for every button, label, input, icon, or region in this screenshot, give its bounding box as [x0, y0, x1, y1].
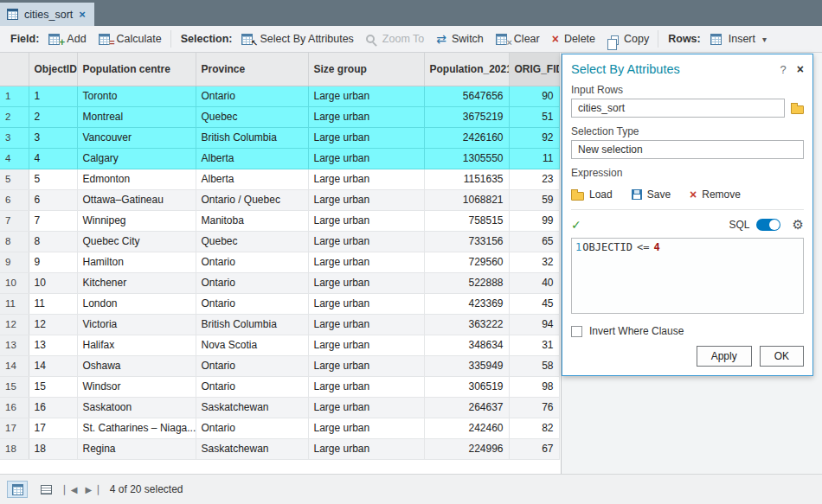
first-record-button[interactable]: ▏◀ [64, 485, 77, 494]
cell-orig-fid[interactable]: 31 [509, 335, 559, 355]
table-row[interactable]: 18 18 Regina Saskatchewan Large urban 22… [0, 438, 559, 459]
delete-selection-button[interactable]: × Delete [546, 29, 601, 48]
cell-population-centre[interactable]: Hamilton [77, 252, 196, 272]
add-field-button[interactable]: Add [42, 29, 92, 48]
invert-where-clause-checkbox[interactable]: Invert Where Clause [571, 325, 804, 337]
cell-province[interactable]: British Columbia [196, 127, 308, 148]
remove-expression-button[interactable]: × Remove [690, 188, 741, 201]
cell-population-centre[interactable]: Montreal [77, 106, 196, 127]
cell-objectid[interactable]: 10 [29, 272, 77, 293]
cell-province[interactable]: Saskatchewan [196, 438, 308, 459]
table-row[interactable]: 12 12 Victoria British Columbia Large ur… [0, 314, 559, 335]
cell-province[interactable]: Quebec [196, 106, 308, 127]
cell-size-group[interactable]: Large urban [308, 169, 424, 189]
checkbox-icon[interactable] [571, 326, 582, 337]
cell-orig-fid[interactable]: 82 [509, 418, 559, 438]
cell-population-centre[interactable]: Oshawa [77, 355, 196, 376]
cell-size-group[interactable]: Large urban [308, 231, 424, 252]
cell-orig-fid[interactable]: 40 [509, 272, 559, 293]
cell-province[interactable]: Ontario [196, 293, 308, 314]
cell-size-group[interactable]: Large urban [308, 376, 424, 397]
cell-population-2021[interactable]: 5647656 [424, 86, 509, 106]
row-number[interactable]: 2 [0, 106, 29, 127]
load-expression-button[interactable]: Load [571, 188, 613, 201]
cell-size-group[interactable]: Large urban [308, 86, 424, 106]
cell-size-group[interactable]: Large urban [308, 252, 424, 272]
cell-population-2021[interactable]: 335949 [424, 355, 509, 376]
table-row[interactable]: 13 13 Halifax Nova Scotia Large urban 34… [0, 335, 559, 355]
row-number[interactable]: 3 [0, 127, 29, 148]
cell-objectid[interactable]: 12 [29, 314, 77, 335]
cell-size-group[interactable]: Large urban [308, 314, 424, 335]
cell-population-2021[interactable]: 729560 [424, 252, 509, 272]
cell-orig-fid[interactable]: 45 [509, 293, 559, 314]
cell-objectid[interactable]: 17 [29, 418, 77, 438]
cell-orig-fid[interactable]: 92 [509, 127, 559, 148]
table-corner-cell[interactable] [0, 53, 29, 86]
cell-province[interactable]: Ontario [196, 418, 308, 438]
row-number[interactable]: 14 [0, 355, 29, 376]
cell-orig-fid[interactable]: 90 [509, 86, 559, 106]
row-number[interactable]: 6 [0, 189, 29, 210]
gear-icon[interactable]: ⚙ [793, 217, 804, 233]
row-number[interactable]: 4 [0, 148, 29, 169]
cell-orig-fid[interactable]: 94 [509, 314, 559, 335]
cell-population-2021[interactable]: 522888 [424, 272, 509, 293]
row-number[interactable]: 8 [0, 231, 29, 252]
cell-province[interactable]: Quebec [196, 231, 308, 252]
cell-population-centre[interactable]: Quebec City [77, 231, 196, 252]
cell-orig-fid[interactable]: 59 [509, 189, 559, 210]
cell-objectid[interactable]: 5 [29, 169, 77, 189]
cell-population-centre[interactable]: St. Catharines – Niaga... [77, 418, 196, 438]
table-row[interactable]: 7 7 Winnipeg Manitoba Large urban 758515… [0, 210, 559, 231]
row-number[interactable]: 1 [0, 86, 29, 106]
switch-selection-button[interactable]: ⇄ Switch [430, 29, 490, 48]
cell-objectid[interactable]: 18 [29, 438, 77, 459]
row-number[interactable]: 16 [0, 397, 29, 418]
col-header-population-centre[interactable]: Population centre [77, 53, 196, 86]
cell-population-centre[interactable]: London [77, 293, 196, 314]
cell-province[interactable]: Nova Scotia [196, 335, 308, 355]
cell-size-group[interactable]: Large urban [308, 355, 424, 376]
insert-row-button[interactable]: Insert ▾ [704, 29, 773, 48]
table-row[interactable]: 8 8 Quebec City Quebec Large urban 73315… [0, 231, 559, 252]
cell-population-centre[interactable]: Regina [77, 438, 196, 459]
cell-objectid[interactable]: 11 [29, 293, 77, 314]
cell-orig-fid[interactable]: 67 [509, 438, 559, 459]
apply-button[interactable]: Apply [697, 346, 752, 367]
cell-population-centre[interactable]: Winnipeg [77, 210, 196, 231]
cell-population-centre[interactable]: Edmonton [77, 169, 196, 189]
tab-cities-sort[interactable]: cities_sort × [0, 3, 94, 26]
cell-population-centre[interactable]: Calgary [77, 148, 196, 169]
selection-type-dropdown[interactable]: New selection [571, 140, 804, 159]
select-by-attributes-button[interactable]: Select By Attributes [235, 29, 359, 48]
cell-population-centre[interactable]: Ottawa–Gatineau [77, 189, 196, 210]
cell-orig-fid[interactable]: 76 [509, 397, 559, 418]
cell-population-2021[interactable]: 2426160 [424, 127, 509, 148]
tab-close-icon[interactable]: × [79, 8, 86, 21]
cell-objectid[interactable]: 1 [29, 86, 77, 106]
col-header-objectid[interactable]: ObjectID * [29, 53, 77, 86]
cell-size-group[interactable]: Large urban [308, 397, 424, 418]
row-number[interactable]: 12 [0, 314, 29, 335]
col-header-province[interactable]: Province [196, 53, 308, 86]
table-view-button[interactable] [7, 481, 28, 498]
cell-size-group[interactable]: Large urban [308, 335, 424, 355]
cell-orig-fid[interactable]: 99 [509, 210, 559, 231]
cell-objectid[interactable]: 2 [29, 106, 77, 127]
form-view-button[interactable] [35, 481, 56, 498]
cell-objectid[interactable]: 7 [29, 210, 77, 231]
help-icon[interactable]: ? [780, 63, 787, 76]
cell-province[interactable]: Ontario [196, 355, 308, 376]
cell-population-2021[interactable]: 1151635 [424, 169, 509, 189]
row-number[interactable]: 17 [0, 418, 29, 438]
col-header-orig-fid[interactable]: ORIG_FID [509, 53, 559, 86]
table-row[interactable]: 9 9 Hamilton Ontario Large urban 729560 … [0, 252, 559, 272]
cell-objectid[interactable]: 8 [29, 231, 77, 252]
table-row[interactable]: 10 10 Kitchener Ontario Large urban 5228… [0, 272, 559, 293]
cell-population-centre[interactable]: Vancouver [77, 127, 196, 148]
cell-orig-fid[interactable]: 58 [509, 355, 559, 376]
cell-population-2021[interactable]: 3675219 [424, 106, 509, 127]
sql-expression-editor[interactable]: 1OBJECTID<=4 [571, 238, 804, 314]
cell-province[interactable]: Ontario [196, 272, 308, 293]
